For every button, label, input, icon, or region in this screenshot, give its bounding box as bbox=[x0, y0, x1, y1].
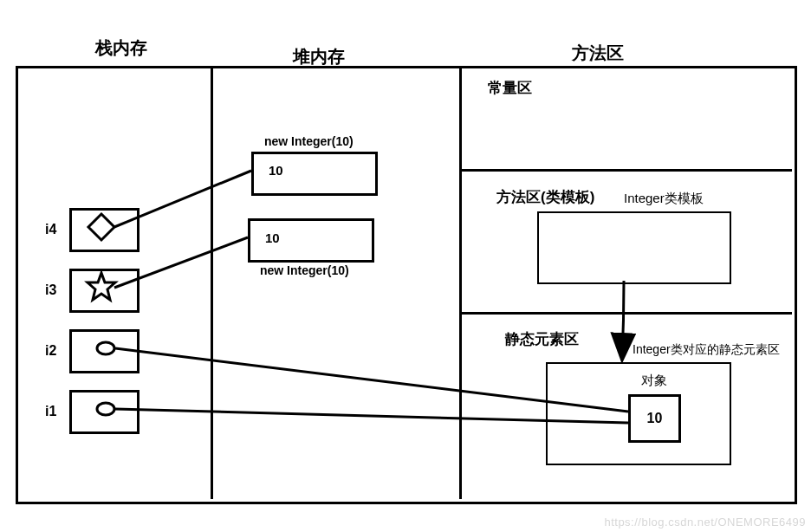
heap-header: 堆内存 bbox=[293, 45, 345, 68]
i4-label: i4 bbox=[45, 222, 56, 237]
heap-box2-value: 10 bbox=[265, 230, 280, 245]
stack-header: 栈内存 bbox=[95, 36, 147, 60]
heap-box2-label: new Integer(10) bbox=[260, 263, 349, 277]
static-box-label: Integer类对应的静态元素区 bbox=[633, 342, 780, 358]
i3-box bbox=[69, 269, 139, 313]
divider-constant-bottom bbox=[462, 169, 792, 172]
i2-label: i2 bbox=[45, 343, 56, 359]
constant-pool-label: 常量区 bbox=[488, 78, 532, 98]
class-template-box bbox=[537, 211, 731, 284]
heap-box1-label: new Integer(10) bbox=[264, 134, 354, 148]
method-area-header: 方法区 bbox=[572, 42, 624, 65]
i4-box bbox=[69, 208, 139, 252]
i1-box bbox=[69, 390, 139, 434]
object-value-box: 10 bbox=[628, 394, 681, 443]
i3-label: i3 bbox=[45, 282, 56, 298]
heap-box1-value: 10 bbox=[269, 163, 283, 178]
divider-heap-method bbox=[459, 66, 462, 499]
watermark: https://blog.csdn.net/ONEMORE6499 bbox=[604, 516, 806, 529]
i2-box bbox=[69, 329, 139, 373]
class-template-area-label: 方法区(类模板) bbox=[496, 187, 594, 207]
divider-stack-heap bbox=[211, 66, 213, 499]
divider-template-bottom bbox=[462, 312, 792, 315]
static-area-label: 静态元素区 bbox=[505, 329, 579, 349]
object-label: 对象 bbox=[641, 373, 667, 389]
class-template-text: Integer类模板 bbox=[624, 191, 704, 207]
i1-label: i1 bbox=[45, 404, 56, 419]
